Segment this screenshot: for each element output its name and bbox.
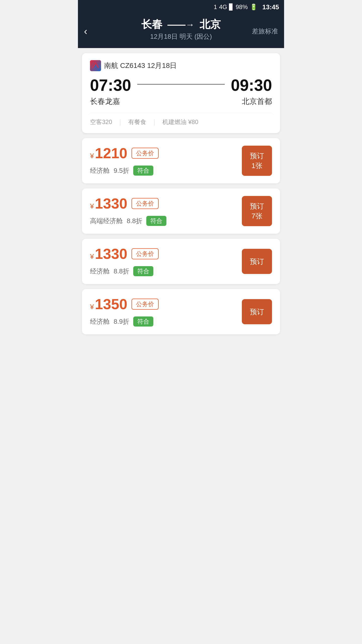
price-amount-2: ¥ 1330 bbox=[90, 196, 127, 211]
aircraft-type: 空客320 bbox=[90, 118, 112, 126]
price-row-2: ¥ 1330 公务价 bbox=[90, 196, 237, 211]
network-icon: 4G bbox=[219, 4, 227, 11]
price-card-4: ¥ 1350 公务价 经济舱 8.9折 符合 预订 bbox=[82, 289, 280, 334]
cabin-class-2: 高端经济舱 bbox=[90, 217, 123, 225]
discount-1: 9.5折 bbox=[114, 166, 129, 175]
flight-line-icon bbox=[137, 84, 225, 85]
price-card-3: ¥ 1330 公务价 经济舱 8.8折 符合 预订 bbox=[82, 239, 280, 284]
price-row-1: ¥ 1210 公务价 bbox=[90, 146, 237, 160]
cabin-row-1: 经济舱 9.5折 符合 bbox=[90, 166, 237, 176]
cabin-class-3: 经济舱 bbox=[90, 267, 110, 276]
divider2: ｜ bbox=[151, 118, 157, 126]
price-amount-4: ¥ 1350 bbox=[90, 297, 127, 311]
cabin-class-1: 经济舱 bbox=[90, 166, 110, 175]
cabin-row-4: 经济舱 8.9折 符合 bbox=[90, 316, 237, 327]
cabin-class-4: 经济舱 bbox=[90, 317, 110, 326]
signal-icon: ▊ bbox=[229, 4, 234, 11]
status-icons: 1 4G ▊ 98% 🔋 bbox=[214, 4, 257, 11]
comply-badge-2: 符合 bbox=[146, 216, 166, 226]
book-button-1[interactable]: 预订1张 bbox=[242, 146, 272, 176]
flight-details: 空客320 ｜ 有餐食 ｜ 机建燃油 ¥80 bbox=[90, 113, 272, 126]
flight-info-card: 南航 CZ6143 12月18日 07:30 09:30 长春龙嘉 北京首都 空… bbox=[82, 53, 280, 133]
price-symbol-1: ¥ bbox=[90, 152, 94, 160]
price-number-4: 1350 bbox=[95, 297, 127, 311]
depart-airport: 长春龙嘉 bbox=[90, 96, 120, 107]
price-info-3: ¥ 1330 公务价 经济舱 8.8折 符合 bbox=[90, 247, 237, 276]
book-button-2[interactable]: 预订7张 bbox=[242, 196, 272, 226]
discount-3: 8.8折 bbox=[114, 267, 129, 276]
arrive-time: 09:30 bbox=[231, 77, 272, 93]
price-info-2: ¥ 1330 公务价 高端经济舱 8.8折 符合 bbox=[90, 196, 237, 226]
cabin-row-2: 高端经济舱 8.8折 符合 bbox=[90, 216, 237, 226]
route-date: 12月18日 明天 (因公) bbox=[84, 32, 278, 41]
price-symbol-2: ¥ bbox=[90, 202, 94, 210]
sim-icon: 1 bbox=[214, 4, 217, 11]
price-amount-1: ¥ 1210 bbox=[90, 146, 127, 160]
flight-meta: 南航 CZ6143 12月18日 bbox=[104, 61, 177, 70]
flight-times: 07:30 09:30 bbox=[90, 77, 272, 93]
price-symbol-4: ¥ bbox=[90, 303, 94, 311]
price-info-1: ¥ 1210 公务价 经济舱 9.5折 符合 bbox=[90, 146, 237, 176]
price-tag-4: 公务价 bbox=[131, 299, 159, 310]
origin-city: 长春 bbox=[141, 18, 162, 31]
book-button-3[interactable]: 预订 bbox=[242, 249, 272, 274]
airport-names: 长春龙嘉 北京首都 bbox=[90, 96, 272, 107]
route-arrow-icon: ——→ bbox=[167, 19, 195, 30]
battery-text: 98% bbox=[236, 4, 248, 11]
comply-badge-3: 符合 bbox=[133, 266, 153, 276]
price-info-4: ¥ 1350 公务价 经济舱 8.9折 符合 bbox=[90, 297, 237, 327]
price-symbol-3: ¥ bbox=[90, 253, 94, 261]
price-number-3: 1330 bbox=[95, 247, 127, 261]
divider1: ｜ bbox=[117, 118, 123, 126]
price-tag-2: 公务价 bbox=[131, 198, 159, 209]
time-display: 13:45 bbox=[262, 3, 279, 11]
tax-info: 机建燃油 ¥80 bbox=[162, 118, 198, 126]
discount-2: 8.8折 bbox=[127, 217, 142, 225]
meal-info: 有餐食 bbox=[128, 118, 146, 126]
page-header: ‹ 长春 ——→ 北京 12月18日 明天 (因公) 差旅标准 bbox=[78, 14, 284, 48]
battery-icon: 🔋 bbox=[250, 4, 257, 11]
price-number-1: 1210 bbox=[95, 146, 127, 160]
discount-4: 8.9折 bbox=[114, 317, 129, 326]
price-tag-3: 公务价 bbox=[131, 248, 159, 259]
price-tag-1: 公务价 bbox=[131, 148, 159, 159]
comply-badge-4: 符合 bbox=[133, 316, 153, 327]
route-title: 长春 ——→ 北京 bbox=[84, 18, 278, 31]
flight-header: 南航 CZ6143 12月18日 bbox=[90, 60, 272, 71]
price-number-2: 1330 bbox=[95, 196, 127, 211]
status-bar: 1 4G ▊ 98% 🔋 13:45 bbox=[78, 0, 284, 14]
airline-logo bbox=[90, 60, 101, 71]
price-card-2: ¥ 1330 公务价 高端经济舱 8.8折 符合 预订7张 bbox=[82, 188, 280, 234]
arrive-airport: 北京首都 bbox=[242, 96, 272, 107]
dest-city: 北京 bbox=[200, 18, 221, 31]
cabin-row-3: 经济舱 8.8折 符合 bbox=[90, 266, 237, 276]
back-button[interactable]: ‹ bbox=[84, 25, 87, 37]
price-cards-list: ¥ 1210 公务价 经济舱 9.5折 符合 预订1张 ¥ 1330 公务价 bbox=[78, 138, 284, 334]
price-amount-3: ¥ 1330 bbox=[90, 247, 127, 261]
depart-time: 07:30 bbox=[90, 77, 131, 93]
comply-badge-1: 符合 bbox=[133, 166, 153, 176]
book-button-4[interactable]: 预订 bbox=[242, 299, 272, 324]
price-card-1: ¥ 1210 公务价 经济舱 9.5折 符合 预订1张 bbox=[82, 138, 280, 183]
price-row-3: ¥ 1330 公务价 bbox=[90, 247, 237, 261]
travel-standard-link[interactable]: 差旅标准 bbox=[252, 27, 278, 35]
price-row-4: ¥ 1350 公务价 bbox=[90, 297, 237, 311]
